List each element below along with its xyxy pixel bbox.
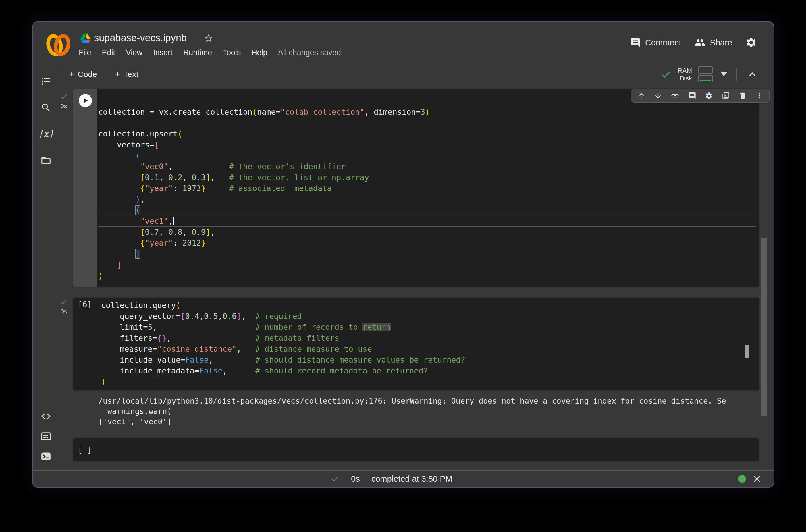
empty-execution-count: [ ] — [78, 445, 92, 454]
empty-code-cell[interactable]: [ ] — [73, 438, 759, 461]
mirror-cell-icon[interactable] — [722, 92, 730, 100]
copy-link-to-cell-icon[interactable] — [671, 91, 679, 100]
cell2-exec-time: 0s — [51, 308, 77, 315]
comment-label: Comment — [645, 38, 682, 48]
add-code-label: Code — [78, 70, 97, 79]
add-code-button[interactable]: + Code — [69, 69, 97, 80]
comment-icon — [630, 37, 640, 48]
play-icon — [81, 96, 90, 105]
people-icon — [694, 37, 706, 48]
notebook-scrollbar-thumb[interactable] — [761, 238, 767, 416]
add-text-button[interactable]: + Text — [115, 69, 138, 80]
notebook-toolbar: + Code + Text RAM Disk — [33, 65, 773, 85]
cell1-exec-status: 0s — [51, 92, 77, 110]
comment-button[interactable]: Comment — [630, 37, 682, 48]
command-palette-icon[interactable] — [40, 431, 52, 442]
disk-meter — [698, 75, 713, 82]
plus-icon: + — [69, 69, 74, 80]
toolbar-divider — [736, 68, 737, 81]
close-status-bar-icon[interactable] — [752, 474, 762, 483]
cell1-code-editor[interactable]: collection = vx.create_collection(name="… — [98, 107, 756, 281]
menu-tools[interactable]: Tools — [223, 48, 241, 57]
share-label: Share — [710, 38, 732, 48]
cell1-gutter — [73, 89, 97, 287]
cell2-code-editor[interactable]: collection.query( query_vector=[0.4,0.5,… — [101, 300, 742, 387]
delete-cell-trash-icon[interactable] — [738, 92, 747, 100]
table-of-contents-icon[interactable] — [40, 76, 52, 87]
notebook-title[interactable]: supabase-vecs.ipynb — [94, 32, 187, 43]
menu-view[interactable]: View — [126, 48, 142, 57]
google-drive-icon — [80, 33, 91, 42]
code-snippets-icon[interactable] — [40, 411, 52, 422]
files-folder-icon[interactable] — [40, 155, 52, 166]
more-vert-icon[interactable] — [755, 92, 764, 100]
status-duration: 0s — [351, 474, 360, 484]
star-icon[interactable] — [204, 33, 213, 43]
execution-count: [6] — [78, 300, 92, 309]
colab-window: supabase-vecs.ipynb File Edit View Inser… — [32, 21, 774, 488]
menu-file[interactable]: File — [79, 48, 91, 57]
cell2-exec-status: 0s — [51, 298, 77, 315]
search-icon[interactable] — [40, 102, 52, 113]
status-message: completed at 3:50 PM — [371, 474, 453, 484]
terminal-icon[interactable] — [40, 451, 52, 462]
menu-bar: File Edit View Insert Runtime Tools Help… — [79, 48, 341, 57]
colab-logo[interactable] — [46, 32, 71, 52]
kernel-status-dot — [738, 475, 746, 483]
ram-label: RAM — [678, 66, 692, 74]
left-sidebar: {x} — [33, 65, 59, 471]
resource-meters[interactable] — [698, 66, 713, 82]
connected-check-icon — [660, 69, 672, 80]
cell-success-check-icon — [59, 92, 68, 101]
menu-insert[interactable]: Insert — [153, 48, 173, 57]
move-cell-up-icon[interactable] — [637, 92, 645, 100]
code-cell-2[interactable]: [6] collection.query( query_vector=[0.4,… — [73, 298, 759, 390]
cell2-output: /usr/local/lib/python3.10/dist-packages/… — [98, 396, 726, 427]
settings-gear-icon[interactable] — [745, 37, 757, 48]
cell1-exec-time: 0s — [51, 102, 77, 110]
execution-status-bar: 0s completed at 3:50 PM — [33, 470, 773, 487]
disk-label: Disk — [679, 74, 692, 82]
variables-icon[interactable]: {x} — [38, 129, 54, 138]
menu-edit[interactable]: Edit — [102, 48, 115, 57]
collapse-chevron-icon[interactable] — [746, 68, 759, 81]
save-status-link[interactable]: All changes saved — [278, 48, 341, 57]
menu-runtime[interactable]: Runtime — [183, 48, 212, 57]
cell-success-check-icon — [59, 298, 68, 306]
plus-icon: + — [115, 69, 120, 80]
resources-dropdown-caret[interactable] — [721, 72, 727, 76]
status-check-icon — [330, 474, 340, 483]
cell-toolbar — [631, 89, 769, 102]
menu-help[interactable]: Help — [251, 48, 267, 57]
run-cell-button[interactable] — [79, 94, 92, 107]
move-cell-down-icon[interactable] — [654, 92, 662, 100]
cell-scrollbar-thumb[interactable] — [745, 345, 749, 358]
share-button[interactable]: Share — [694, 37, 732, 48]
add-text-label: Text — [123, 70, 138, 79]
add-comment-icon[interactable] — [688, 92, 696, 100]
cell-settings-gear-icon[interactable] — [705, 92, 713, 100]
code-cell-1[interactable]: collection = vx.create_collection(name="… — [73, 89, 759, 287]
header-actions: Comment Share — [630, 37, 757, 48]
ram-meter — [698, 66, 713, 74]
